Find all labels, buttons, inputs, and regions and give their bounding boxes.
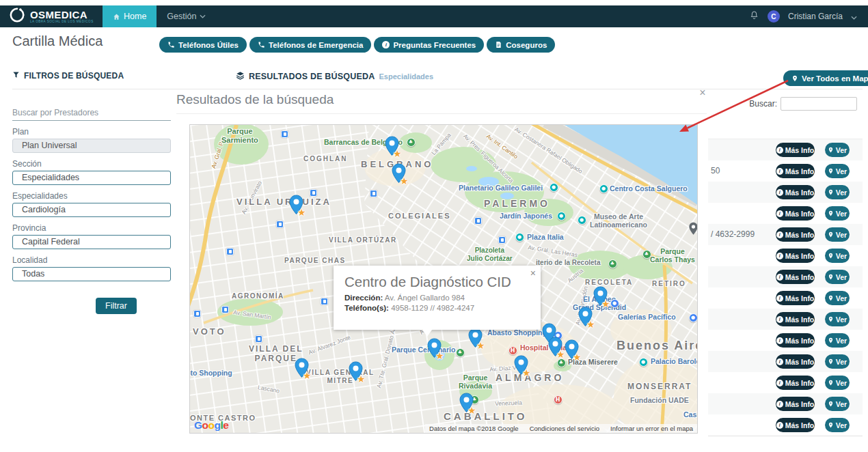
map-area-label: RETIRO (652, 280, 686, 288)
ver-button[interactable]: Ver (825, 185, 850, 199)
mas-info-button[interactable]: iMás Info (776, 185, 815, 199)
map-poi-label: oto Shopping (189, 369, 232, 377)
nav-item-home[interactable]: Home (103, 5, 157, 27)
transit-station-icon (276, 221, 284, 228)
mas-info-button[interactable]: iMás Info (776, 354, 815, 369)
transit-station-icon (474, 217, 482, 225)
mas-info-button[interactable]: iMás Info (776, 397, 815, 411)
action-telefonos-utiles-button[interactable]: Teléfonos Útiles (159, 37, 247, 53)
ver-button[interactable]: Ver (825, 164, 850, 178)
transit-station-icon (310, 189, 317, 197)
close-icon[interactable]: × (696, 86, 709, 100)
filter-select-seccion[interactable]: Especialidades (12, 171, 171, 185)
action-coseguros-button[interactable]: Coseguros (487, 37, 555, 53)
ver-button[interactable]: Ver (825, 291, 850, 305)
map-poi-label: Casi (683, 410, 698, 419)
mas-info-button[interactable]: iMás Info (776, 206, 815, 221)
page-title: Cartilla Médica (12, 33, 103, 49)
map-street-label: Av. Álvarez Jonte (308, 335, 352, 357)
brand[interactable]: OSMEDICA LA OBRA SOCIAL DE LOS MÉDICOS (0, 7, 103, 26)
map-attribution-link[interactable]: Informar un error en el mapa (610, 425, 693, 432)
ver-button[interactable]: Ver (825, 333, 850, 348)
mas-info-button[interactable]: iMás Info (776, 312, 815, 326)
map-poi-label: Palacio Barolo (651, 357, 698, 365)
map-street-label: Av. Costanera Rafael Obligado (513, 126, 584, 175)
action-telefonos-de-emergencia-button[interactable]: Teléfonos de Emergencia (249, 37, 371, 53)
filter-select-especialidades[interactable]: Cardiología (12, 203, 171, 217)
header-actions: Teléfonos ÚtilesTeléfonos de Emergenciai… (159, 37, 555, 53)
map[interactable]: Av. Gral. PazAv. Int. CantiloAv. Costane… (189, 124, 698, 434)
park-icon: ♣ (407, 138, 416, 147)
star-icon: ★ (586, 319, 595, 330)
table-row: iMás InfoVer (708, 393, 863, 414)
map-attribution-link[interactable]: Condiciones del servicio (530, 425, 599, 432)
ver-button[interactable]: Ver (825, 397, 850, 411)
action-preguntas-frecuentes-button[interactable]: iPreguntas Frecuentes (374, 37, 484, 53)
mas-info-button[interactable]: iMás Info (776, 164, 815, 178)
ver-button[interactable]: Ver (825, 312, 850, 326)
mas-info-button[interactable]: iMás Info (776, 270, 815, 284)
map-street-label: Lascano (257, 384, 280, 395)
star-icon: ★ (435, 350, 444, 361)
mas-info-button[interactable]: iMás Info (776, 143, 815, 157)
ver-button[interactable]: Ver (825, 376, 850, 390)
map-street-label: Austria (567, 268, 585, 284)
poi-icon: ● (689, 313, 698, 322)
mas-info-button[interactable]: iMás Info (776, 249, 815, 263)
mas-info-button[interactable]: iMás Info (776, 333, 815, 348)
table-row: iMás InfoVer (708, 245, 863, 266)
filter-label-plan: Plan (12, 127, 171, 137)
filter-label-seccion: Sección (12, 159, 171, 169)
table-row: iMás InfoVer (708, 266, 863, 287)
screen: OSMEDICA LA OBRA SOCIAL DE LOS MÉDICOS H… (0, 0, 868, 452)
ver-button[interactable]: Ver (825, 418, 850, 432)
map-area-label: COGHLAN (303, 155, 348, 163)
mas-info-button[interactable]: iMás Info (776, 227, 815, 242)
filter-icon (12, 71, 20, 81)
map-poi-label: ParqueCarlos Thays (650, 247, 695, 264)
star-icon: ★ (573, 352, 582, 363)
nav-item-gestion[interactable]: Gestión (157, 5, 216, 27)
poi-icon: ● (639, 358, 648, 367)
filter-select-provincia[interactable]: Capital Federal (12, 235, 171, 249)
map-street-label: Av. San Martín (233, 309, 271, 321)
mas-info-button[interactable]: iMás Info (776, 376, 815, 390)
table-row: iMás InfoVer (708, 182, 863, 203)
ver-button[interactable]: Ver (825, 143, 850, 157)
view-all-map-button[interactable]: Ver Todos en Mapa (783, 70, 868, 86)
filtrar-button[interactable]: Filtrar (96, 298, 137, 314)
ver-button[interactable]: Ver (825, 354, 850, 369)
bell-icon[interactable] (749, 10, 759, 23)
filter-label-provincia: Provincia (12, 223, 171, 233)
navbar: OSMEDICA LA OBRA SOCIAL DE LOS MÉDICOS H… (0, 5, 868, 27)
star-icon: ★ (556, 349, 565, 360)
map-area-label: Buenos Aire (616, 339, 698, 353)
transit-station-icon (221, 306, 229, 313)
ver-button[interactable]: Ver (825, 206, 850, 221)
ver-button[interactable]: Ver (825, 249, 850, 263)
park-icon: ♣ (608, 259, 617, 268)
map-area-label: RECOLETA (585, 279, 633, 287)
table-row: iMás InfoVer (708, 330, 863, 351)
provider-search-input[interactable] (12, 105, 171, 121)
navbar-right: C Cristian García (749, 10, 868, 23)
map-area-label: MONSERRAT (627, 382, 692, 392)
mas-info-button[interactable]: iMás Info (776, 291, 815, 305)
map-attribution-text: Datos del mapa ©2018 Google (429, 425, 519, 432)
table-search-label: Buscar: (749, 99, 777, 109)
map-area-label: VILLA ORTÚZAR (329, 236, 397, 244)
filter-select-localidad[interactable]: Todas (12, 267, 171, 281)
table-row: iMás InfoVer (708, 203, 863, 224)
map-poi-label: Jardín Japonés (500, 212, 552, 220)
ver-button[interactable]: Ver (825, 227, 850, 242)
map-poi-label: PlazoletaJulio Cortázar (467, 246, 513, 262)
table-search: Buscar: (749, 97, 857, 111)
results-search-input[interactable] (781, 97, 857, 111)
info-window-close-icon[interactable]: × (530, 268, 536, 279)
table-row: iMás InfoVer (708, 351, 863, 372)
hospital-icon: H (508, 346, 517, 355)
user-name[interactable]: Cristian García (788, 12, 843, 21)
mas-info-button[interactable]: iMás Info (776, 418, 815, 432)
star-icon: ★ (522, 367, 531, 378)
ver-button[interactable]: Ver (825, 270, 850, 284)
